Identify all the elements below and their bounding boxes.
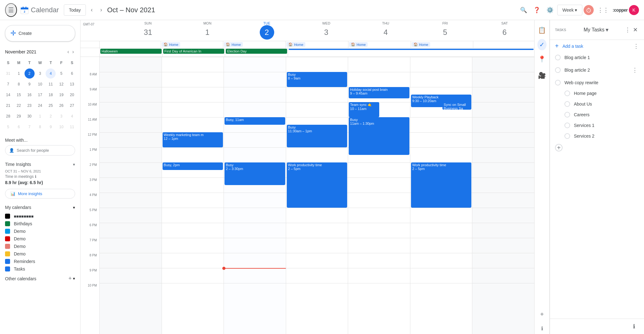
day-number-31[interactable]: 31 [141, 25, 155, 40]
home-chip-fri[interactable]: 🏠 Home [412, 42, 430, 47]
avatar[interactable]: K [629, 5, 639, 15]
mini-cal-day[interactable]: 20 [67, 90, 77, 100]
day-header-mon[interactable]: MON 1 [178, 20, 237, 41]
mini-cal-day[interactable]: 7 [3, 79, 13, 89]
hamburger-menu[interactable]: ☰ [5, 3, 17, 17]
mini-cal-day[interactable]: 25 [46, 101, 56, 111]
my-calendars-header[interactable]: My calendars ▾ [0, 202, 80, 212]
event-busy-2-330pm[interactable]: Busy 2 – 3:30pm [225, 162, 285, 185]
day-header-thu[interactable]: THU 4 [356, 20, 415, 41]
event-busy-8-9am-wed[interactable]: Busy 8 – 9am [287, 72, 347, 87]
day-number-6[interactable]: 6 [497, 25, 512, 40]
mini-cal-day-highlight[interactable]: 4 [46, 68, 56, 79]
mini-cal-day[interactable]: 28 [3, 111, 13, 121]
task-item-blog-article-2[interactable]: Blog article 2 ⋮ [550, 63, 644, 77]
day-number-5[interactable]: 5 [438, 25, 452, 40]
mini-cal-day[interactable]: 5 [56, 68, 66, 79]
mini-cal-day[interactable]: 9 [46, 122, 56, 132]
calendar-checkbox[interactable] [5, 251, 10, 256]
mini-cal-day[interactable]: 5 [3, 122, 13, 132]
apps-button[interactable]: ⋮⋮ [595, 4, 611, 16]
calendar-item-demo-4[interactable]: Demo [0, 250, 80, 258]
mini-cal-day[interactable]: 7 [25, 122, 35, 132]
mini-cal-day[interactable]: 1 [14, 68, 24, 79]
mini-cal-day[interactable]: 14 [3, 90, 13, 100]
mini-cal-day[interactable]: 22 [14, 101, 24, 111]
mini-cal-day[interactable]: 12 [56, 79, 66, 89]
day-col-tue[interactable]: Busy, 11am Busy 2 – 3:30pm [224, 57, 286, 334]
day-header-sat[interactable]: SAT 6 [475, 20, 534, 41]
calendar-checkbox[interactable] [5, 214, 10, 219]
mini-cal-day[interactable]: 10 [35, 79, 45, 89]
day-col-thu[interactable]: Holiday social post brain 9 – 9:45am Tea… [348, 57, 410, 334]
mini-cal-day[interactable]: 1 [35, 111, 45, 121]
tasks-close-button[interactable]: ✕ [632, 25, 639, 35]
mini-cal-day[interactable]: 2 [46, 111, 56, 121]
calendar-checkbox[interactable] [5, 221, 10, 226]
task-radio-services-2[interactable] [564, 133, 570, 139]
search-people-input[interactable]: 👤 Search for people [5, 145, 75, 156]
day-number-1[interactable]: 1 [200, 25, 215, 40]
mini-cal-day[interactable]: 29 [14, 111, 24, 121]
calendar-item-birthdays[interactable]: Birthdays [0, 220, 80, 227]
event-work-prod-fri[interactable]: Work productivity time 2 – 5pm [411, 162, 472, 208]
mini-cal-day-today[interactable]: 2 [25, 68, 35, 79]
task-radio-blog-2[interactable] [555, 67, 561, 73]
task-item-about-us[interactable]: About Us [550, 99, 644, 109]
mini-cal-day[interactable]: 15 [14, 90, 24, 100]
day-number-2-today[interactable]: 2 [260, 25, 274, 40]
tasks-side-icon-map[interactable]: 📍 [538, 52, 546, 67]
home-chip-wed[interactable]: 🏠 Home [286, 42, 305, 47]
prev-nav-button[interactable]: ‹ [88, 4, 95, 16]
day-col-sat[interactable] [472, 57, 534, 334]
mini-cal-day[interactable]: 19 [56, 90, 66, 100]
tasks-more-options-icon[interactable]: ⋮ [625, 26, 630, 33]
tasks-side-icon-video[interactable]: 🎥 [538, 68, 546, 83]
calendar-checkbox[interactable] [5, 259, 10, 264]
mini-cal-day[interactable]: 10 [56, 122, 66, 132]
calendar-item-my-calendar[interactable]: ■■■■■■■■ [0, 212, 80, 220]
event-team-sync[interactable]: Team sync 🤙 10 – 11am [349, 102, 379, 117]
task-radio-about-us[interactable] [564, 101, 570, 107]
mini-cal-day[interactable]: 4 [67, 111, 77, 121]
calendar-item-demo-2[interactable]: Demo [0, 235, 80, 243]
mini-cal-prev[interactable]: ‹ [66, 48, 70, 56]
calendar-checkbox[interactable] [5, 236, 10, 241]
task-item-blog-article-1[interactable]: Blog article 1 [550, 52, 644, 63]
day-header-wed[interactable]: WED 3 [297, 20, 356, 41]
all-day-event-first-day[interactable]: First Day of American In [163, 49, 225, 54]
tasks-side-icon-add[interactable]: + [540, 307, 544, 322]
mini-cal-day[interactable]: 8 [14, 79, 24, 89]
mini-cal-day[interactable]: 18 [46, 90, 56, 100]
home-chip-thu[interactable]: 🏠 Home [349, 42, 368, 47]
other-calendars-header[interactable]: Other calendars + ▾ [0, 273, 80, 284]
day-header-tue[interactable]: TUE 2 [237, 20, 297, 41]
tasks-side-icon-info[interactable]: ℹ [541, 323, 543, 334]
mini-cal-day[interactable]: 11 [67, 122, 77, 132]
task-radio-careers[interactable] [564, 112, 570, 118]
mini-cal-day[interactable]: 3 [35, 68, 45, 79]
mini-cal-day[interactable]: 17 [35, 90, 45, 100]
day-col-sun[interactable] [99, 57, 162, 334]
view-selector[interactable]: Week ▾ [557, 5, 583, 15]
task-item-home-page[interactable]: Home page [550, 88, 644, 99]
day-col-mon[interactable]: Weekly marketing team m 12 – 1pm Busy, 2… [162, 57, 224, 334]
calendar-item-demo-1[interactable]: Demo [0, 227, 80, 235]
home-chip-mon[interactable]: 🏠 Home [162, 42, 180, 47]
task-item-careers[interactable]: Careers [550, 109, 644, 120]
calendar-checkbox[interactable] [5, 266, 10, 271]
event-holiday-social[interactable]: Holiday social post brain 9 – 9:45am [349, 87, 409, 98]
all-day-event-election-day[interactable]: Election Day [226, 49, 287, 54]
event-work-prod-wed[interactable]: Work productivity time 2 – 5pm [287, 162, 347, 208]
add-other-calendar-icon[interactable]: + [68, 275, 72, 282]
task-item-web-copy[interactable]: Web copy rewrite [550, 77, 644, 88]
mini-cal-day[interactable]: 13 [67, 79, 77, 89]
event-busy-2pm-mon[interactable]: Busy, 2pm [163, 162, 223, 170]
tasks-title-chevron-icon[interactable]: ▾ [606, 26, 608, 33]
day-header-fri[interactable]: FRI 5 [415, 20, 475, 41]
mini-cal-day[interactable]: 31 [3, 68, 13, 79]
day-col-fri[interactable]: Weekly Playback 9:30 – 10:20am Sync on S… [410, 57, 472, 334]
calendar-item-demo-3[interactable]: Demo [0, 243, 80, 250]
task-radio-home-page[interactable] [564, 90, 570, 96]
event-weekly-marketing[interactable]: Weekly marketing team m 12 – 1pm [163, 132, 223, 147]
